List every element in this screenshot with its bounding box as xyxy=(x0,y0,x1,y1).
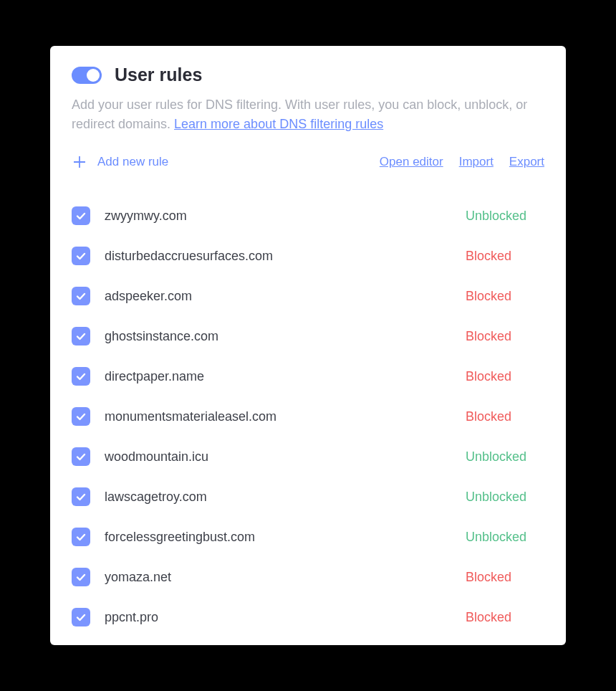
rule-row: forcelessgreetingbust.comUnblocked xyxy=(72,517,544,557)
rule-domain: ppcnt.pro xyxy=(105,610,466,625)
rule-checkbox[interactable] xyxy=(72,247,90,265)
rule-status: Blocked xyxy=(466,570,544,585)
rule-status: Unblocked xyxy=(466,490,544,505)
rule-checkbox[interactable] xyxy=(72,608,90,626)
action-bar: Add new rule Open editor Import Export xyxy=(72,154,544,170)
export-link[interactable]: Export xyxy=(509,155,544,169)
rule-checkbox[interactable] xyxy=(72,327,90,346)
rule-status: Unblocked xyxy=(466,449,544,464)
page-title: User rules xyxy=(115,65,202,85)
rule-status: Blocked xyxy=(466,289,544,304)
rule-row: lawscagetroy.comUnblocked xyxy=(72,477,544,517)
rule-checkbox[interactable] xyxy=(72,447,90,466)
rule-domain: adspeeker.com xyxy=(105,289,466,304)
rule-domain: forcelessgreetingbust.com xyxy=(105,530,466,545)
rule-row: zwyymwy.comUnblocked xyxy=(72,196,544,236)
rule-domain: ghostsinstance.com xyxy=(105,329,466,344)
rule-row: woodmountain.icuUnblocked xyxy=(72,437,544,477)
description-text: Add your user rules for DNS filtering. W… xyxy=(72,95,544,134)
rule-status: Unblocked xyxy=(466,209,544,224)
rule-domain: lawscagetroy.com xyxy=(105,490,466,505)
rule-domain: woodmountain.icu xyxy=(105,449,466,464)
rule-row: disturbedaccruesurfaces.comBlocked xyxy=(72,236,544,276)
rule-checkbox[interactable] xyxy=(72,528,90,546)
rule-status: Blocked xyxy=(466,409,544,424)
rule-row: adspeeker.comBlocked xyxy=(72,276,544,316)
rule-row: monumentsmaterialeasel.comBlocked xyxy=(72,396,544,437)
rules-list: zwyymwy.comUnblockeddisturbedaccruesurfa… xyxy=(72,196,544,637)
rule-row: ghostsinstance.comBlocked xyxy=(72,316,544,356)
rule-status: Blocked xyxy=(466,610,544,625)
import-link[interactable]: Import xyxy=(459,155,494,169)
link-group: Open editor Import Export xyxy=(380,155,544,169)
rule-checkbox[interactable] xyxy=(72,568,90,586)
rule-checkbox[interactable] xyxy=(72,287,90,305)
rule-status: Blocked xyxy=(466,249,544,264)
plus-icon xyxy=(72,154,87,170)
rule-row: yomaza.netBlocked xyxy=(72,557,544,597)
toggle-knob xyxy=(87,69,100,82)
rule-row: directpaper.nameBlocked xyxy=(72,356,544,396)
add-new-rule-button[interactable]: Add new rule xyxy=(72,154,168,170)
user-rules-panel: User rules Add your user rules for DNS f… xyxy=(50,46,566,645)
rule-status: Blocked xyxy=(466,329,544,344)
rule-domain: directpaper.name xyxy=(105,369,466,384)
add-new-rule-label: Add new rule xyxy=(97,155,168,169)
rule-domain: disturbedaccruesurfaces.com xyxy=(105,249,466,264)
rule-checkbox[interactable] xyxy=(72,206,90,225)
learn-more-link[interactable]: Learn more about DNS filtering rules xyxy=(174,117,383,131)
rule-checkbox[interactable] xyxy=(72,407,90,426)
header-row: User rules xyxy=(72,65,544,85)
rule-status: Blocked xyxy=(466,369,544,384)
rule-row: ppcnt.proBlocked xyxy=(72,597,544,637)
rule-domain: zwyymwy.com xyxy=(105,209,466,224)
rule-checkbox[interactable] xyxy=(72,487,90,506)
rule-domain: yomaza.net xyxy=(105,570,466,585)
rule-checkbox[interactable] xyxy=(72,367,90,386)
user-rules-toggle[interactable] xyxy=(72,67,102,84)
rule-status: Unblocked xyxy=(466,530,544,545)
rule-domain: monumentsmaterialeasel.com xyxy=(105,409,466,424)
open-editor-link[interactable]: Open editor xyxy=(380,155,443,169)
